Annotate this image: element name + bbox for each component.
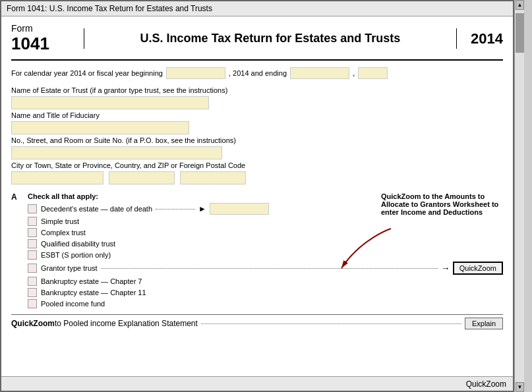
fiscal-year-row: For calendar year 2014 or fiscal year be…: [11, 67, 503, 79]
status-quickzoom: QuickZoom: [466, 379, 506, 389]
decedent-dots: [156, 209, 195, 210]
form-year: 2014: [457, 30, 503, 47]
checkbox-decedent[interactable]: [28, 204, 37, 213]
fiduciary-row: Name and Title of Fiduciary: [11, 111, 503, 134]
fiscal-year-end-year-input[interactable]: [358, 67, 388, 79]
death-date-input[interactable]: [210, 203, 269, 215]
window-title: Form 1041: U.S. Income Tax Return for Es…: [7, 4, 212, 13]
checkbox-qualified[interactable]: [28, 239, 37, 248]
fiscal-year-begin-input[interactable]: [166, 67, 225, 79]
checkbox-pooled[interactable]: [28, 299, 37, 308]
pooled-label: Pooled income fund: [41, 300, 105, 308]
form-content: Form 1041 U.S. Income Tax Return for Est…: [1, 16, 513, 373]
quickzoom-note-text: QuickZoom to the Amounts to Allocate to …: [381, 192, 498, 216]
checkbox-bankruptcy7[interactable]: [28, 277, 37, 286]
quickzoom-note: QuickZoom to the Amounts to Allocate to …: [381, 192, 500, 216]
estate-name-row: Name of Estate or Trust (if a grantor ty…: [11, 86, 503, 109]
check-item-esbt: ESBT (S portion only): [28, 250, 503, 260]
check-item-pooled: Pooled income fund: [28, 299, 503, 308]
form-header: Form 1041 U.S. Income Tax Return for Est…: [11, 23, 503, 61]
estate-name-input[interactable]: [11, 96, 209, 109]
city-row: City or Town, State or Province, Country…: [11, 161, 503, 184]
city-input[interactable]: [11, 171, 103, 184]
checkbox-grantor[interactable]: [28, 264, 37, 273]
checkbox-simple[interactable]: [28, 217, 37, 226]
section-a-label: A: [11, 192, 21, 310]
scrollbar[interactable]: ▲ ▼: [514, 0, 524, 392]
checkbox-esbt[interactable]: [28, 250, 37, 260]
form-title: U.S. Income Tax Return for Estates and T…: [84, 28, 457, 49]
check-item-bankruptcy7: Bankruptcy estate — Chapter 7: [28, 277, 503, 286]
check-item-complex: Complex trust: [28, 228, 503, 237]
form-number-block: Form 1041: [11, 23, 71, 54]
esbt-label: ESBT (S portion only): [41, 251, 111, 259]
arrow-triangle: ►: [198, 204, 206, 213]
bankruptcy7-label: Bankruptcy estate — Chapter 7: [41, 277, 142, 285]
title-bar: Form 1041: U.S. Income Tax Return for Es…: [1, 1, 513, 16]
scroll-up-button[interactable]: ▲: [516, 0, 524, 10]
grantor-arrow: →: [441, 263, 450, 273]
scroll-down-button[interactable]: ▼: [516, 382, 524, 392]
checkbox-complex[interactable]: [28, 228, 37, 237]
check-item-qualified: Qualified disability trust: [28, 239, 503, 248]
qualified-label: Qualified disability trust: [41, 240, 115, 248]
explain-button[interactable]: Explain: [465, 318, 503, 329]
form-prefix: Form: [11, 23, 71, 34]
check-item-grantor: Grantor type trust → QuickZoom: [28, 262, 503, 275]
check-item-simple: Simple trust: [28, 217, 503, 226]
status-bar: QuickZoom: [1, 376, 513, 391]
arrow-svg: [328, 225, 394, 278]
state-input[interactable]: [109, 171, 175, 184]
section-a: A Check all that apply: Decedent's estat…: [11, 192, 503, 310]
address-label: No., Street, and Room or Suite No. (if a…: [11, 136, 236, 144]
address-row: No., Street, and Room or Suite No. (if a…: [11, 136, 503, 159]
check-item-bankruptcy11: Bankruptcy estate — Chapter 11: [28, 288, 503, 297]
simple-label: Simple trust: [41, 217, 79, 225]
calendar-label: For calendar year 2014 or fiscal year be…: [11, 69, 163, 77]
and-year-label: , 2014 and ending: [229, 69, 287, 77]
decedent-label: Decedent's estate — date of death: [41, 205, 152, 213]
bottom-quickzoom-row: QuickZoom to Pooled income Explanation S…: [11, 314, 503, 329]
bankruptcy11-label: Bankruptcy estate — Chapter 11: [41, 289, 146, 296]
checkbox-bankruptcy11[interactable]: [28, 288, 37, 297]
estate-name-label: Name of Estate or Trust (if a grantor ty…: [11, 86, 227, 94]
zip-input[interactable]: [180, 171, 246, 184]
address-input[interactable]: [11, 146, 222, 159]
quickzoom-button[interactable]: QuickZoom: [453, 262, 503, 275]
pooled-explanation-label: to Pooled income Explanation Statement: [55, 319, 198, 328]
form-number: 1041: [11, 34, 49, 53]
fiscal-year-end-input[interactable]: [290, 67, 349, 79]
grantor-label: Grantor type trust: [41, 264, 98, 272]
scrollbar-thumb[interactable]: [516, 13, 524, 53]
city-label: City or Town, State or Province, Country…: [11, 161, 245, 169]
fiduciary-input[interactable]: [11, 121, 189, 134]
complex-label: Complex trust: [41, 229, 86, 237]
qz-prefix: QuickZoom: [11, 319, 55, 328]
fiduciary-label: Name and Title of Fiduciary: [11, 111, 100, 119]
